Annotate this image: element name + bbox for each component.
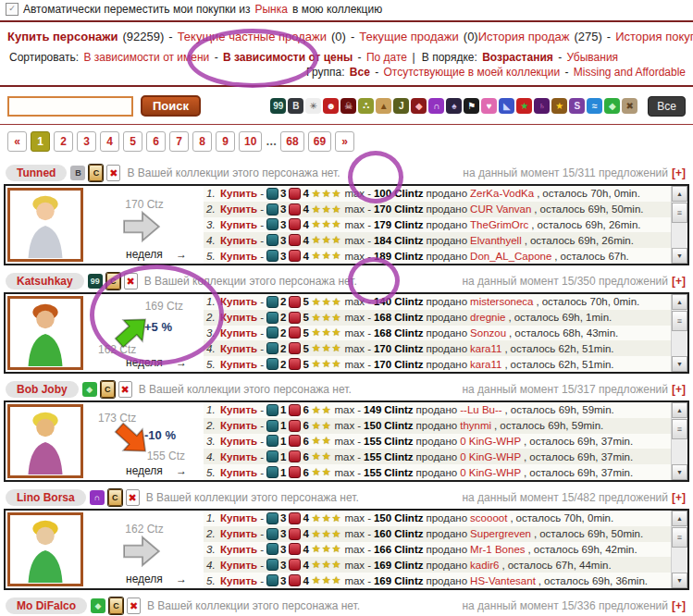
page-link[interactable]: 68 [280,131,303,152]
scroll-up-icon[interactable]: ▲ [672,294,687,310]
scroll-down-icon[interactable]: ▼ [672,248,687,264]
nav-sales-history[interactable]: История продаж [478,30,570,43]
character-name[interactable]: Katsuhkay [6,273,84,290]
scroll-up-icon[interactable]: ▲ [672,511,687,526]
seller-link[interactable]: Elvanthyell [470,235,522,246]
buy-link[interactable]: Купить [220,251,257,262]
sort-by-date[interactable]: По дате [366,51,407,64]
clan-roots-wheel[interactable]: ✳ [305,98,321,114]
clan-red-gem[interactable]: ◆ [411,98,427,114]
offers-scrollbar[interactable]: ▲ ≡ ▼ [671,186,687,264]
page-link[interactable]: … [266,132,277,151]
nav-current-sales[interactable]: Текущие продажи [359,30,459,43]
not-owned-icon[interactable]: ✖ [118,381,132,398]
not-owned-icon[interactable]: ✖ [106,165,120,181]
scroll-down-icon[interactable]: ▼ [672,573,687,588]
seller-link[interactable]: CUR Vanvan [470,203,531,215]
clan-pussycats[interactable]: ♥ [481,98,497,114]
character-portrait[interactable] [7,404,83,478]
offers-scrollbar[interactable]: ▲ ≡ ▼ [671,294,687,372]
seller-link[interactable]: ZerKa-VodKa [470,188,534,199]
expand-offers-button[interactable]: [+] [672,275,686,288]
clan-la-junta-mask[interactable]: ☻ [323,98,339,114]
clan-montana-hat[interactable]: ∩ [428,98,444,114]
sort-by-name[interactable]: В зависимости от имени [83,51,209,64]
group-missing-affordable[interactable]: Missing and Affordable [574,66,686,79]
clan-nightmare-spider[interactable]: ♠ [446,98,462,114]
clan-skeelz-shield[interactable]: S [569,98,585,114]
nav-buy-characters[interactable]: Купить персонажи [7,30,118,43]
scrollbar-thumb[interactable]: ≡ [672,311,687,331]
clan-gheist-gem[interactable]: ◆ [604,98,620,114]
market-link[interactable]: Рынка [254,3,287,16]
expand-offers-button[interactable]: [+] [672,166,686,179]
buy-link[interactable]: Купить [220,575,257,586]
collection-card-icon[interactable]: C [101,381,115,398]
page-link[interactable]: 1 [31,131,50,152]
search-button[interactable]: Поиск [141,95,201,117]
clan-leader-cross[interactable]: ✖ [622,98,637,114]
buy-link[interactable]: Купить [220,512,257,524]
page-link[interactable]: « [7,131,27,152]
buy-link[interactable]: Купить [220,343,257,354]
auto-move-checkbox[interactable]: ✓ [6,3,19,16]
clan-piranas-flag[interactable]: ⚑ [464,98,479,114]
clan-jungo-paw[interactable]: ∴ [358,98,374,114]
scroll-up-icon[interactable]: ▲ [672,402,687,418]
seller-link[interactable]: Supergreven [470,528,531,539]
page-link[interactable]: 69 [308,131,331,152]
scroll-up-icon[interactable]: ▲ [672,186,687,202]
page-link[interactable]: 9 [216,131,235,152]
buy-link[interactable]: Купить [220,528,257,539]
scrollbar-track[interactable] [672,331,687,356]
buy-link[interactable]: Купить [220,451,257,462]
scrollbar-thumb[interactable]: ≡ [672,203,687,223]
character-portrait[interactable] [7,188,83,262]
page-link[interactable]: 8 [192,131,212,152]
page-link[interactable]: 4 [100,131,119,152]
page-link[interactable]: 6 [146,131,166,152]
seller-link[interactable]: 0 KinG-WHP [460,436,521,447]
character-name[interactable]: Tunned [6,165,67,181]
buy-link[interactable]: Купить [220,544,257,555]
seller-link[interactable]: kadir6 [470,560,499,571]
not-owned-icon[interactable]: ✖ [127,598,141,614]
collection-card-icon[interactable]: C [108,489,122,506]
buy-link[interactable]: Купить [220,312,257,323]
page-link[interactable]: 7 [169,131,189,152]
clan-uppers-planet[interactable]: ♄ [534,98,550,114]
collection-card-icon[interactable]: C [109,598,123,614]
seller-link[interactable]: dregnie [470,312,505,323]
offers-scrollbar[interactable]: ▲ ≡ ▼ [671,511,687,588]
scrollbar-track[interactable] [672,439,687,464]
clan-fang-pi-tunic[interactable]: ▲ [376,98,391,114]
sort-by-price[interactable]: В зависимости от цены [223,51,353,64]
group-missing[interactable]: Отсутствующие в моей коллекции [384,66,561,79]
expand-offers-button[interactable]: [+] [672,599,686,612]
clan-sentinel[interactable]: ◣ [499,98,514,114]
buy-link[interactable]: Купить [220,188,257,199]
character-name[interactable]: Bob Joby [6,381,79,398]
clan-ulu-watu-star[interactable]: ★ [551,98,567,114]
seller-link[interactable]: kara11 [470,343,501,354]
buy-link[interactable]: Купить [220,404,257,415]
collection-card-icon[interactable]: C [106,273,120,290]
order-descending[interactable]: Убывания [567,51,619,64]
buy-link[interactable]: Купить [220,560,257,571]
clan-vortex-wave[interactable]: ≈ [587,98,602,114]
search-input[interactable] [7,96,133,117]
clan-freaks-skull[interactable]: ☠ [340,98,356,114]
page-link[interactable]: 3 [77,131,96,152]
character-portrait[interactable] [7,512,83,586]
scrollbar-thumb[interactable]: ≡ [672,527,687,548]
not-owned-icon[interactable]: ✖ [124,273,138,290]
order-ascending[interactable]: Возрастания [482,51,553,64]
page-link[interactable]: » [335,131,354,152]
offers-scrollbar[interactable]: ▲ ≡ ▼ [671,402,687,480]
clan-filter-all-button[interactable]: Все [648,96,686,117]
seller-link[interactable]: mistersoneca [470,296,533,307]
expand-offers-button[interactable]: [+] [672,383,686,396]
scrollbar-track[interactable] [672,548,687,573]
buy-link[interactable]: Купить [220,467,257,478]
buy-link[interactable]: Купить [220,327,257,339]
